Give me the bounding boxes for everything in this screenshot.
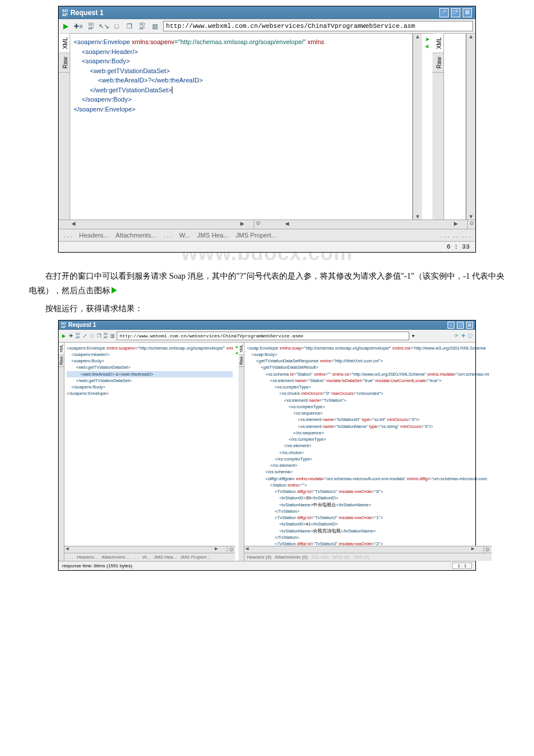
soap-icon: SOAP [61, 322, 66, 329]
search-icon[interactable]: ⊙ [254, 220, 262, 229]
soap2-icon[interactable]: SOAP [103, 333, 109, 339]
vscroll-r[interactable] [466, 34, 475, 219]
soap-icon: SOAP [62, 9, 68, 17]
url-input[interactable]: http://www.webxml.com.cn/webservices/Chi… [163, 21, 473, 31]
tab-item[interactable]: JMS Hea... [197, 232, 229, 239]
tab-item[interactable]: WSS (0) [332, 555, 349, 560]
hscroll-r2[interactable] [244, 546, 483, 553]
add-icon[interactable]: ✚≡ [74, 21, 83, 31]
soap2-icon[interactable]: SOAP [138, 21, 147, 31]
copy-icon[interactable]: ❐ [125, 21, 134, 31]
hscroll-left[interactable] [70, 220, 254, 229]
paragraph-2: 按钮运行，获得请求结果： [29, 301, 505, 316]
db-icon[interactable]: ▥ [150, 21, 160, 31]
stop-icon[interactable]: □ [112, 21, 121, 31]
close-button[interactable]: ⊠ [463, 8, 472, 17]
toolbar: ▶ ✚≡ SOAP ↖↘ □ ❐ SOAP ▥ http://www.webxm… [59, 19, 475, 34]
bottom-tabs-left: . . . Headers... Attachments... . . . W.… [59, 229, 475, 241]
run-icon[interactable]: ▶ [61, 333, 67, 339]
tab-raw[interactable]: Raw [239, 355, 244, 367]
tab-item-r: . . . . . . . . [441, 232, 471, 239]
figure-1-window: SOAP Request 1 ▫ᵏ □ᵏ ⊠ ▶ ✚≡ SOAP ↖↘ □ ❐ … [58, 6, 476, 253]
right-side-tabs: XML Raw [432, 34, 444, 219]
search-icon-r[interactable]: ⊙ [467, 220, 475, 229]
hscroll-row: ⊙ ⊙ [59, 219, 475, 229]
window-title-2: Request 1 [68, 322, 448, 328]
status-bar-2: response time: 86ms (1551 bytes) 1 : 1 [59, 561, 475, 570]
tab-raw-r[interactable]: Raw [432, 53, 443, 73]
min-button[interactable]: ▫ᵏ [439, 8, 449, 17]
tab-item[interactable]: Attachments... [116, 232, 156, 239]
tab-xml[interactable]: XML [59, 34, 70, 53]
tab-xml-r[interactable]: XML [432, 34, 443, 53]
toolbar-2: ▶ ✚ SOAP ⤢ □ ❐ SOAP ▥ http://www.webxml.… [59, 330, 475, 343]
url-input-2[interactable]: http://www.webxml.com.cn/webservices/Chi… [117, 332, 409, 340]
tab-item[interactable]: Attachments (0) [275, 555, 308, 560]
tab-item[interactable]: Headers... [79, 232, 109, 239]
transfer-arrows: ➤ ➤ [422, 34, 432, 219]
max-button[interactable]: □ᵏ [451, 8, 460, 17]
arrow-right-icon: ➤ [425, 36, 430, 42]
tab-item[interactable]: JMS Hea... [154, 555, 177, 560]
copy-icon[interactable]: ❐ [96, 333, 102, 339]
refresh-icon[interactable]: ⟳ [453, 333, 459, 339]
stop-icon[interactable]: □ [89, 333, 95, 339]
window-title: Request 1 [70, 9, 439, 17]
tab-raw[interactable]: Raw [59, 355, 64, 367]
hscroll-right[interactable] [284, 220, 467, 229]
tab-item[interactable]: JMS Propert... [181, 555, 210, 560]
bottom-tabs-left-2: . . . Headers... Attachment... . . . W..… [64, 553, 235, 561]
left-side-tabs: XML Raw [59, 34, 70, 219]
tab-item[interactable]: . . . [63, 232, 72, 239]
xml-request-pane-2[interactable]: <soapenv:Envelope xmlns:soapenv="http://… [64, 343, 235, 546]
tab-item[interactable]: Attachment... [102, 555, 129, 560]
hscroll[interactable] [64, 546, 227, 553]
right-side-tabs-2: XML Raw [239, 343, 244, 561]
tab-item[interactable]: SSL Info [311, 555, 329, 560]
tab-item[interactable]: . . . [132, 555, 139, 560]
tab-item[interactable]: JMS Propert... [236, 232, 276, 239]
left-side-tabs-2: XML Raw [59, 343, 64, 561]
title-bar-2: SOAP Request 1 ▫ □ ⊠ [59, 321, 475, 330]
soapicon[interactable]: SOAP [75, 333, 81, 339]
close-button[interactable]: ⊠ [466, 322, 473, 329]
title-bar: SOAP Request 1 ▫ᵏ □ᵏ ⊠ [59, 6, 475, 19]
tab-item[interactable]: W... [179, 232, 190, 239]
db-icon[interactable]: ▥ [110, 333, 116, 339]
tab-raw[interactable]: Raw [59, 53, 70, 73]
cursor-position-2: 1 : 1 [452, 563, 472, 569]
status-bar: 6 : 33 [59, 241, 475, 252]
tab-xml[interactable]: XML [239, 343, 244, 355]
paragraph-1: 在打开的窗口中可以看到服务请求 Soap 消息，其中的"?"问号代表的是入参，将… [29, 269, 505, 298]
cursor-position: 6 : 33 [446, 243, 470, 250]
tab-item[interactable]: . . . [67, 555, 73, 560]
run-icon[interactable]: ▶ [61, 21, 70, 31]
max-button[interactable]: □ [457, 322, 464, 329]
response-pane-empty [444, 34, 466, 219]
play-inline-icon: ▶ [110, 286, 118, 295]
search-icon[interactable]: ⊙ [484, 546, 492, 553]
xml-response-pane-2[interactable]: <soap:Envelope xmlns:soap="http://schema… [244, 343, 491, 546]
arrow-left-icon: ➤ [425, 44, 430, 50]
soap-toolicon[interactable]: SOAP [86, 21, 96, 31]
info-icon[interactable]: ⓘ [467, 333, 473, 339]
tab-item[interactable]: Headers (8) [247, 555, 271, 560]
tab-item[interactable]: JMS (0) [353, 555, 370, 560]
expand-icon[interactable]: ↖↘ [99, 21, 109, 31]
response-time: response time: 86ms (1551 bytes) [62, 563, 132, 568]
search-icon[interactable]: ⊙ [227, 546, 235, 553]
vscroll[interactable] [413, 34, 422, 219]
tab-item[interactable]: W... [142, 555, 150, 560]
plus-icon[interactable]: ✚ [460, 333, 466, 339]
tab-xml[interactable]: XML [59, 343, 64, 355]
figure-2-window: SOAP Request 1 ▫ □ ⊠ ▶ ✚ SOAP ⤢ □ ❐ SOAP… [58, 320, 476, 571]
add-icon[interactable]: ✚ [68, 333, 74, 339]
tab-item[interactable]: . . . [163, 232, 172, 239]
min-button[interactable]: ▫ [448, 322, 454, 329]
xml-request-pane[interactable]: <soapenv:Envelope xmlns:soapenv="http://… [70, 34, 413, 219]
tab-item[interactable]: Headers... [77, 555, 98, 560]
bottom-tabs-right-2: Headers (8) Attachments (0) SSL Info WSS… [244, 553, 491, 561]
expand-icon[interactable]: ⤢ [82, 333, 88, 339]
